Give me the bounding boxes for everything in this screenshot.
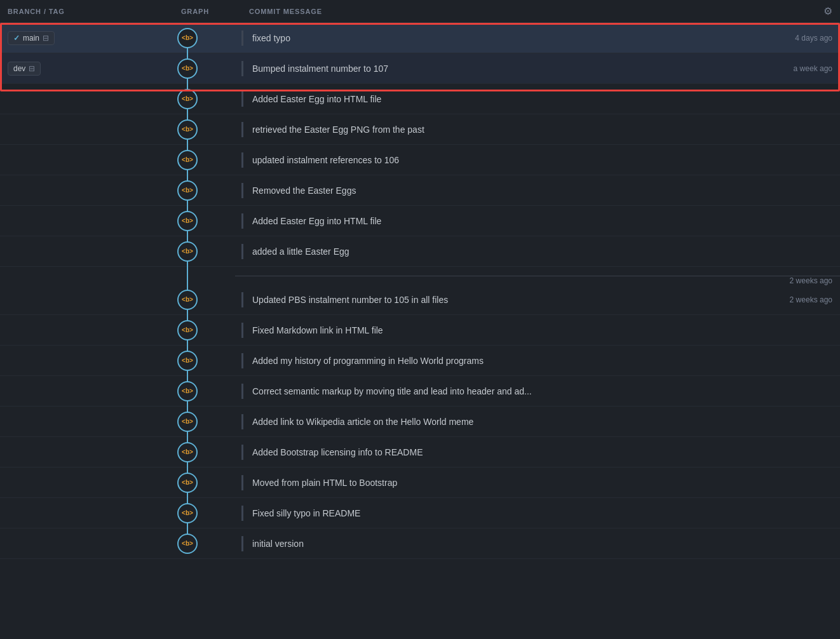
gear-icon[interactable]: ⚙ — [823, 5, 832, 17]
commit-node[interactable]: <b> — [177, 442, 198, 462]
divider-bar — [241, 414, 243, 429]
commit-node[interactable]: <b> — [177, 290, 198, 310]
branch-tag[interactable]: ✓main⊟ — [8, 31, 55, 45]
date-label: 2 weeks ago — [790, 276, 832, 285]
commit-node[interactable]: <b> — [177, 211, 198, 231]
commit-node[interactable]: <b> — [177, 534, 198, 554]
commit-node[interactable]: <b> — [177, 320, 198, 340]
commit-col: Fixed silly typo in README — [235, 506, 840, 521]
graph-col: <b> — [140, 53, 235, 84]
table-header: BRANCH / TAG GRAPH COMMIT MESSAGE ⚙ — [0, 0, 840, 23]
table-row[interactable]: dev⊟ <b> Bumped instalment number to 107… — [0, 53, 840, 84]
table-row[interactable]: <b> Moved from plain HTML to Bootstrap — [0, 467, 840, 498]
branch-tag[interactable]: dev⊟ — [8, 62, 41, 76]
commit-table: ✓main⊟ <b> fixed typo 4 days ago dev⊟ <b… — [0, 23, 840, 559]
commit-message: Added Easter Egg into HTML file — [252, 94, 381, 104]
date-separator: 2 weeks ago — [0, 267, 840, 285]
commit-col: initial version — [235, 536, 840, 551]
commit-col: Added my history of programming in Hello… — [235, 353, 840, 368]
table-row[interactable]: <b> Added Easter Egg into HTML file — [0, 84, 840, 114]
branch-name: main — [23, 34, 39, 43]
table-row[interactable]: <b> Removed the Easter Eggs — [0, 175, 840, 206]
table-row[interactable]: <b> Fixed silly typo in README — [0, 498, 840, 528]
table-row[interactable]: <b> initial version — [0, 528, 840, 559]
table-row[interactable]: <b> updated instalment references to 106 — [0, 145, 840, 175]
commit-node[interactable]: <b> — [177, 28, 198, 48]
graph-col: <b> — [140, 498, 235, 528]
graph-col: <b> — [140, 315, 235, 346]
commit-message: Added my history of programming in Hello… — [252, 356, 484, 366]
header-commit-message: COMMIT MESSAGE — [243, 8, 823, 15]
monitor-icon: ⊟ — [29, 64, 35, 73]
commit-col: Updated PBS instalment number to 105 in … — [235, 292, 840, 307]
branch-name: dev — [13, 64, 25, 73]
commit-message: Moved from plain HTML to Bootstrap — [252, 478, 397, 488]
divider-bar — [241, 152, 243, 168]
commit-message: Fixed silly typo in README — [252, 508, 360, 518]
branch-col: ✓main⊟ — [0, 31, 140, 45]
divider-bar — [241, 475, 243, 490]
commit-node[interactable]: <b> — [177, 473, 198, 493]
commit-message: Added Easter Egg into HTML file — [252, 216, 381, 226]
table-row[interactable]: <b> added a little Easter Egg — [0, 236, 840, 267]
graph-col: <b> — [140, 346, 235, 376]
timestamp: 2 weeks ago — [790, 295, 832, 304]
commit-node[interactable]: <b> — [177, 150, 198, 170]
divider-bar — [241, 353, 243, 368]
commit-message: Added Bootstrap licensing info to README — [252, 447, 423, 457]
table-row[interactable]: <b> retrieved the Easter Egg PNG from th… — [0, 114, 840, 145]
commit-node[interactable]: <b> — [177, 351, 198, 371]
divider-bar — [241, 213, 243, 229]
table-row[interactable]: <b> Updated PBS instalment number to 105… — [0, 285, 840, 315]
table-row[interactable]: ✓main⊟ <b> fixed typo 4 days ago — [0, 23, 840, 53]
commit-node[interactable]: <b> — [177, 89, 198, 109]
commit-col: Moved from plain HTML to Bootstrap — [235, 475, 840, 490]
commit-message: Fixed Markdown link in HTML file — [252, 325, 383, 335]
graph-col: <b> — [140, 84, 235, 114]
commit-col: Bumped instalment number to 107 a week a… — [235, 61, 840, 76]
commit-message: Removed the Easter Eggs — [252, 185, 356, 196]
commit-message: Bumped instalment number to 107 — [252, 64, 388, 74]
divider-bar — [241, 30, 243, 46]
graph-col: <b> — [140, 407, 235, 437]
divider-bar — [241, 61, 243, 76]
commit-node[interactable]: <b> — [177, 119, 198, 140]
commit-node[interactable]: <b> — [177, 381, 198, 401]
commit-node[interactable]: <b> — [177, 412, 198, 432]
table-row[interactable]: <b> Fixed Markdown link in HTML file — [0, 315, 840, 346]
commit-message: retrieved the Easter Egg PNG from the pa… — [252, 124, 424, 135]
divider-bar — [241, 445, 243, 460]
commit-col: retrieved the Easter Egg PNG from the pa… — [235, 122, 840, 137]
commit-message: initial version — [252, 539, 304, 549]
main-container: BRANCH / TAG GRAPH COMMIT MESSAGE ⚙ ✓mai… — [0, 0, 840, 639]
table-row[interactable]: <b> Added my history of programming in H… — [0, 346, 840, 376]
divider-bar — [241, 122, 243, 137]
commit-col: Added Easter Egg into HTML file — [235, 91, 840, 107]
commit-node[interactable]: <b> — [177, 58, 198, 79]
divider-bar — [241, 292, 243, 307]
header-graph: GRAPH — [147, 8, 243, 15]
divider-bar — [241, 183, 243, 198]
graph-col: <b> — [140, 145, 235, 175]
commit-message: Updated PBS instalment number to 105 in … — [252, 295, 448, 305]
table-row[interactable]: <b> Correct semantic markup by moving ti… — [0, 376, 840, 407]
graph-col: <b> — [140, 467, 235, 498]
sep-line: 2 weeks ago — [235, 276, 840, 276]
divider-bar — [241, 384, 243, 399]
branch-col: dev⊟ — [0, 62, 140, 76]
table-row[interactable]: <b> Added link to Wikipedia article on t… — [0, 407, 840, 437]
table-row[interactable]: <b> Added Bootstrap licensing info to RE… — [0, 437, 840, 467]
divider-bar — [241, 506, 243, 521]
commit-col: Added Bootstrap licensing info to README — [235, 445, 840, 460]
commit-node[interactable]: <b> — [177, 180, 198, 201]
timestamp: a week ago — [794, 64, 832, 73]
graph-col: <b> — [140, 376, 235, 407]
table-row[interactable]: <b> Added Easter Egg into HTML file — [0, 206, 840, 236]
commit-node[interactable]: <b> — [177, 241, 198, 262]
graph-col: <b> — [140, 175, 235, 206]
commit-message: updated instalment references to 106 — [252, 155, 399, 165]
graph-col: <b> — [140, 528, 235, 559]
commit-node[interactable]: <b> — [177, 503, 198, 523]
commit-col: Fixed Markdown link in HTML file — [235, 323, 840, 338]
commit-col: Added link to Wikipedia article on the H… — [235, 414, 840, 429]
